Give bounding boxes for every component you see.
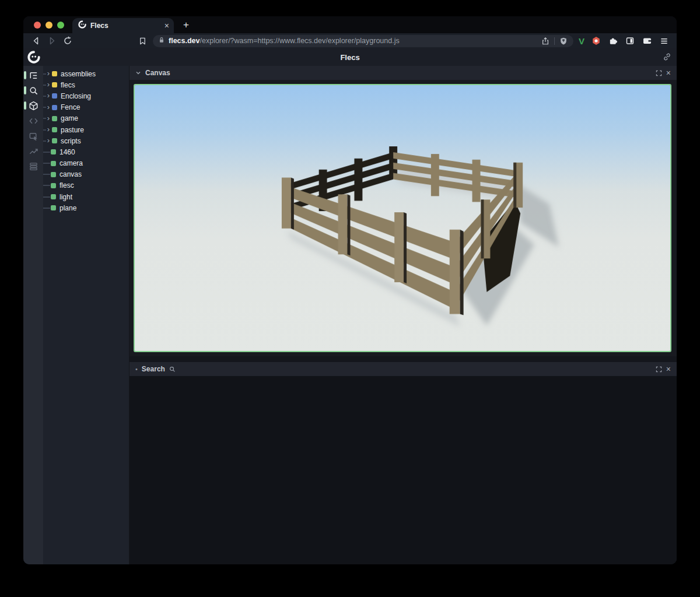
window-controls xyxy=(23,16,72,33)
tree-connector xyxy=(43,174,50,175)
browser-toolbar: flecs.dev/explorer/?wasm=https://www.fle… xyxy=(23,33,677,48)
entity-color-icon xyxy=(51,149,56,154)
lock-icon xyxy=(158,36,165,46)
back-button[interactable] xyxy=(31,36,41,46)
tree-item-label: pasture xyxy=(61,126,84,134)
tree-item-label: assemblies xyxy=(61,70,96,78)
tab-title: Flecs xyxy=(90,22,160,30)
expand-chevron-icon[interactable]: › xyxy=(46,103,51,111)
panel-gap xyxy=(130,356,677,362)
extension-v-icon[interactable]: V xyxy=(579,37,584,45)
tree-item-flecs[interactable]: ›flecs xyxy=(43,79,129,90)
tree-item-1460[interactable]: 1460 xyxy=(43,146,129,157)
flecs-logo-icon[interactable] xyxy=(27,51,40,66)
expand-chevron-icon[interactable]: › xyxy=(46,80,51,88)
rail-inspector-button[interactable] xyxy=(23,128,43,143)
tree-item-light[interactable]: light xyxy=(43,191,129,202)
expand-chevron-icon[interactable]: › xyxy=(46,92,51,99)
search-panel-title: Search xyxy=(142,365,165,373)
canvas-3d-viewport[interactable] xyxy=(130,80,677,356)
tree-item-label: 1460 xyxy=(60,148,75,156)
tree-item-assemblies[interactable]: ›assemblies xyxy=(43,68,129,79)
sidebar-toggle-icon[interactable] xyxy=(625,36,635,46)
extension-icons: V xyxy=(579,36,669,46)
tab-favicon-flecs-logo-icon xyxy=(78,20,86,31)
expand-chevron-icon[interactable]: › xyxy=(46,114,51,122)
tree-item-pasture[interactable]: ›pasture xyxy=(43,124,129,135)
tree-connector xyxy=(43,185,50,186)
search-panel-header[interactable]: • Search × xyxy=(130,362,677,376)
tree-item-plane[interactable]: plane xyxy=(43,202,129,213)
collapse-chevron-icon[interactable] xyxy=(135,70,141,76)
rail-entity-tree-button[interactable] xyxy=(23,68,43,83)
entity-color-icon xyxy=(51,205,56,210)
fence-scene xyxy=(135,85,670,351)
tree-item-label: light xyxy=(60,193,72,201)
tree-item-label: Fence xyxy=(61,103,80,111)
tab-bar: Flecs × + xyxy=(23,16,677,33)
search-panel-body[interactable] xyxy=(130,376,677,564)
tab-close-icon[interactable]: × xyxy=(164,22,169,30)
entity-color-icon xyxy=(52,71,57,76)
entity-color-icon xyxy=(52,138,57,143)
app-header: Flecs xyxy=(23,48,677,66)
entity-color-icon xyxy=(52,116,57,121)
app-title: Flecs xyxy=(340,53,359,62)
maximize-window-button[interactable] xyxy=(57,22,64,29)
tree-item-camera[interactable]: camera xyxy=(43,158,129,169)
entity-color-icon xyxy=(52,93,57,99)
rail-canvas-button[interactable] xyxy=(23,98,43,113)
tree-item-game[interactable]: ›game xyxy=(43,113,129,124)
forward-button[interactable] xyxy=(47,36,57,46)
active-pill xyxy=(24,86,26,94)
rail-query-button[interactable] xyxy=(23,83,43,98)
tree-item-label: plane xyxy=(60,204,76,212)
tree-item-flesc[interactable]: flesc xyxy=(43,180,129,191)
close-window-button[interactable] xyxy=(34,22,41,29)
app-body: ›assemblies ›flecs ›Enclosing ›Fence ›ga… xyxy=(23,66,677,564)
reload-button[interactable] xyxy=(62,36,73,46)
share-link-icon[interactable] xyxy=(663,52,671,64)
extensions-puzzle-icon[interactable] xyxy=(608,36,618,46)
wallet-icon[interactable] xyxy=(642,36,652,46)
url-domain: flecs.dev xyxy=(169,37,200,45)
main-panels: Canvas × xyxy=(129,66,677,564)
active-pill xyxy=(24,101,26,110)
tree-item-label: canvas xyxy=(60,170,82,178)
fullscreen-icon[interactable] xyxy=(656,70,662,76)
share-icon[interactable] xyxy=(540,36,551,46)
menu-hamburger-icon[interactable] xyxy=(659,36,669,46)
entity-color-icon xyxy=(51,172,56,177)
rail-stats-button[interactable] xyxy=(23,143,43,159)
tree-item-label: Enclosing xyxy=(61,92,91,100)
rail-code-button[interactable] xyxy=(23,113,43,128)
expand-chevron-icon[interactable]: › xyxy=(46,125,51,133)
extension-hexagon-icon[interactable] xyxy=(591,36,601,46)
panel-bullet-icon[interactable]: • xyxy=(135,366,138,373)
webgl-canvas[interactable] xyxy=(134,84,671,352)
entity-color-icon xyxy=(51,183,56,188)
expand-chevron-icon[interactable]: › xyxy=(46,69,51,77)
tree-item-fence[interactable]: ›Fence xyxy=(43,102,129,113)
canvas-panel-header[interactable]: Canvas × xyxy=(130,66,677,80)
tree-item-enclosing[interactable]: ›Enclosing xyxy=(43,90,129,101)
entity-color-icon xyxy=(52,82,57,87)
entity-color-icon xyxy=(51,161,56,166)
rail-archetypes-button[interactable] xyxy=(23,159,43,174)
expand-chevron-icon[interactable]: › xyxy=(46,136,51,144)
close-panel-icon[interactable]: × xyxy=(666,69,671,77)
entity-color-icon xyxy=(52,127,57,132)
tree-item-canvas[interactable]: canvas xyxy=(43,169,129,180)
close-panel-icon[interactable]: × xyxy=(666,365,671,373)
bookmark-icon[interactable] xyxy=(137,36,148,46)
tree-item-label: game xyxy=(61,114,78,122)
brave-shield-icon[interactable] xyxy=(558,36,569,46)
browser-tab-flecs[interactable]: Flecs × xyxy=(72,18,174,33)
tree-item-label: camera xyxy=(60,159,83,167)
tree-item-label: scripts xyxy=(61,137,81,145)
fullscreen-icon[interactable] xyxy=(656,366,662,373)
new-tab-button[interactable]: + xyxy=(183,16,189,33)
minimize-window-button[interactable] xyxy=(46,22,52,29)
tree-item-scripts[interactable]: ›scripts xyxy=(43,135,129,146)
address-bar[interactable]: flecs.dev/explorer/?wasm=https://www.fle… xyxy=(153,35,573,47)
